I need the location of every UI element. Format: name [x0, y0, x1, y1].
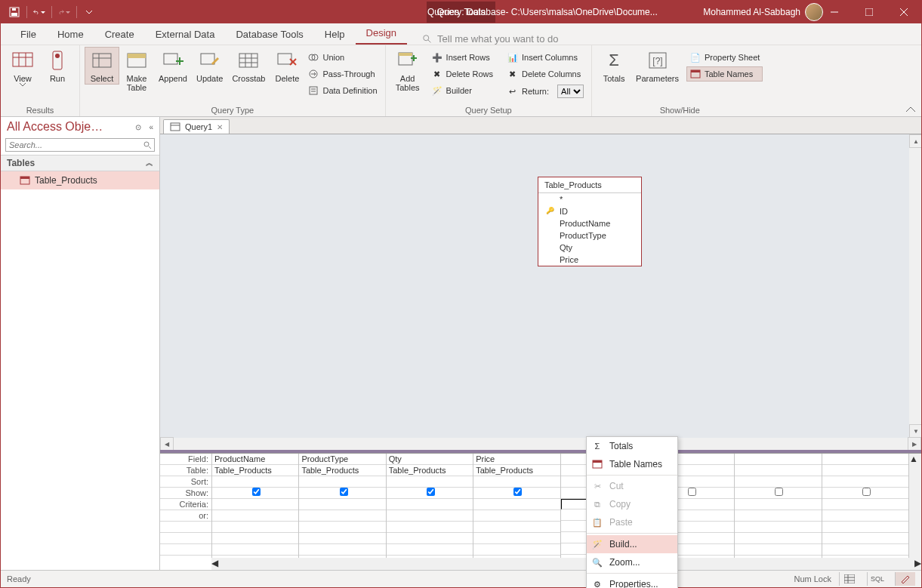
- save-icon[interactable]: [8, 6, 20, 18]
- table-names-toggle[interactable]: Table Names: [686, 66, 763, 82]
- svg-rect-45: [691, 70, 700, 72]
- sql-view-button[interactable]: SQL: [867, 572, 887, 586]
- svg-rect-2: [12, 8, 16, 11]
- ctx-properties[interactable]: ⚙Properties...: [587, 575, 677, 588]
- close-button[interactable]: [887, 1, 921, 23]
- nav-collapse-icon[interactable]: «: [149, 123, 153, 131]
- show-checkbox[interactable]: [775, 488, 783, 496]
- surface-hscroll[interactable]: ◀▶: [160, 438, 921, 450]
- tab-help[interactable]: Help: [314, 24, 356, 45]
- nav-group-tables[interactable]: Tables ︽: [1, 155, 159, 171]
- make-table-button[interactable]: Make Table: [119, 47, 154, 94]
- view-button[interactable]: View: [5, 47, 40, 88]
- field-qty[interactable]: Qty: [538, 242, 641, 254]
- close-tab-icon[interactable]: ✕: [217, 123, 223, 131]
- grid-column[interactable]: ProductTypeTable_Products: [299, 454, 386, 570]
- table-card-products[interactable]: Table_Products * ID ProductName ProductT…: [538, 177, 642, 266]
- grid-column[interactable]: [735, 454, 822, 570]
- user-name: Mohammed Al-Sabbagh: [703, 7, 800, 17]
- surface-vscroll[interactable]: ▲▼: [909, 134, 921, 438]
- field-id[interactable]: ID: [538, 205, 641, 217]
- svg-rect-49: [20, 177, 29, 179]
- svg-line-47: [149, 146, 151, 149]
- redo-button[interactable]: [58, 6, 70, 18]
- ctx-table-names[interactable]: Table Names: [587, 455, 677, 473]
- totals-button[interactable]: Σ Totals: [597, 47, 631, 85]
- tab-home[interactable]: Home: [47, 24, 94, 45]
- search-icon[interactable]: [143, 140, 152, 149]
- grid-column[interactable]: ProductNameTable_Products: [212, 454, 299, 570]
- field-star[interactable]: *: [538, 193, 641, 205]
- nav-dropdown-icon[interactable]: ⊙: [135, 123, 141, 131]
- qat-customize-icon[interactable]: [83, 6, 95, 18]
- status-bar: Ready Num Lock SQL: [1, 570, 921, 587]
- data-definition-button[interactable]: Data Definition: [304, 83, 380, 98]
- field-producttype[interactable]: ProductType: [538, 229, 641, 242]
- undo-button[interactable]: [33, 6, 45, 18]
- run-button[interactable]: Run: [40, 47, 75, 85]
- chevron-up-icon: ︽: [146, 158, 153, 168]
- pass-through-button[interactable]: Pass-Through: [304, 66, 380, 82]
- grid-column[interactable]: [822, 454, 909, 570]
- query-icon: [170, 122, 180, 132]
- grid-column[interactable]: PriceTable_Products: [473, 454, 560, 570]
- return-dropdown[interactable]: ↩Return: All: [504, 83, 587, 100]
- grid-hscroll[interactable]: ◀▶: [211, 558, 921, 570]
- svg-rect-24: [239, 54, 257, 67]
- update-button[interactable]: Update: [192, 47, 227, 85]
- grid-column[interactable]: QtyTable_Products: [387, 454, 473, 570]
- svg-rect-39: [399, 53, 412, 56]
- delete-query-button[interactable]: Delete: [270, 47, 304, 85]
- nav-item-table-products[interactable]: Table_Products: [1, 171, 159, 189]
- show-checkbox[interactable]: [862, 488, 871, 496]
- tab-design[interactable]: Design: [356, 23, 407, 45]
- datasheet-view-button[interactable]: [839, 572, 859, 586]
- tab-file[interactable]: File: [10, 24, 47, 45]
- minimize-button[interactable]: [817, 1, 852, 23]
- design-view-button[interactable]: [895, 572, 915, 586]
- ctx-totals[interactable]: ΣTotals: [587, 437, 677, 455]
- svg-rect-57: [593, 460, 602, 463]
- ctx-copy: ⧉Copy: [587, 495, 677, 513]
- show-checkbox[interactable]: [513, 488, 522, 496]
- show-checkbox[interactable]: [340, 488, 348, 496]
- crosstab-button[interactable]: Crosstab: [227, 47, 270, 85]
- doc-tab-query1[interactable]: Query1 ✕: [163, 119, 230, 134]
- show-checkbox[interactable]: [688, 488, 696, 496]
- status-numlock: Num Lock: [794, 574, 831, 583]
- field-productname[interactable]: ProductName: [538, 217, 641, 229]
- select-query-button[interactable]: Select: [85, 47, 119, 85]
- parameters-button[interactable]: [?] Parameters: [631, 47, 683, 85]
- tab-database-tools[interactable]: Database Tools: [225, 24, 313, 45]
- ctx-build[interactable]: 🪄Build...: [587, 535, 677, 553]
- svg-point-7: [424, 35, 429, 40]
- return-select[interactable]: All: [557, 85, 584, 98]
- delete-columns-button[interactable]: ✖Delete Columns: [504, 66, 587, 82]
- show-checkbox[interactable]: [427, 488, 435, 496]
- grid-vscroll[interactable]: ▲▼: [909, 454, 921, 570]
- window-title: Queries : Database- C:\Users\malsa\OneDr…: [427, 7, 658, 17]
- property-sheet-button[interactable]: 📄Property Sheet: [686, 50, 763, 65]
- delete-rows-button[interactable]: ✖Delete Rows: [428, 66, 496, 82]
- insert-rows-button[interactable]: ➕Insert Rows: [428, 50, 496, 65]
- user-account[interactable]: Mohammed Al-Sabbagh: [703, 3, 823, 21]
- title-bar: Query Tools Queries : Database- C:\Users…: [1, 1, 921, 23]
- show-checkbox[interactable]: [252, 488, 261, 496]
- add-tables-button[interactable]: Add Tables: [390, 47, 425, 94]
- builder-button[interactable]: 🪄Builder: [428, 83, 496, 98]
- ctx-zoom[interactable]: 🔍Zoom...: [587, 553, 677, 571]
- maximize-button[interactable]: [852, 1, 887, 23]
- tab-external-data[interactable]: External Data: [145, 24, 226, 45]
- union-button[interactable]: Union: [304, 50, 380, 65]
- nav-pane-title[interactable]: All Access Obje…: [7, 120, 103, 134]
- query-design-surface[interactable]: Table_Products * ID ProductName ProductT…: [160, 134, 921, 453]
- quick-access-toolbar: [1, 6, 95, 18]
- append-button[interactable]: Append: [154, 47, 192, 85]
- tell-me-search[interactable]: Tell me what you want to do: [422, 33, 558, 45]
- insert-columns-button[interactable]: 📊Insert Columns: [504, 50, 587, 65]
- group-label-query-setup: Query Setup: [390, 105, 587, 116]
- field-price[interactable]: Price: [538, 254, 641, 266]
- tab-create[interactable]: Create: [94, 24, 145, 45]
- search-input[interactable]: [5, 138, 155, 152]
- collapse-ribbon-icon[interactable]: [906, 107, 915, 113]
